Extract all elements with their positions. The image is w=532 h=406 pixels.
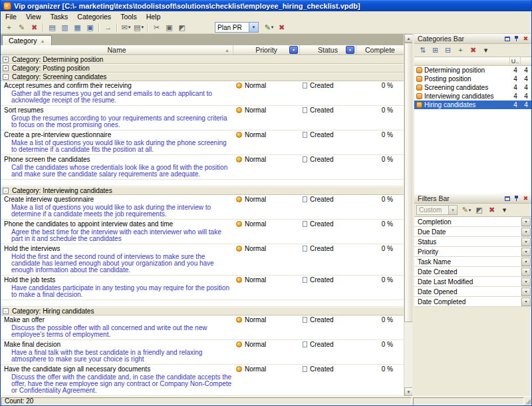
priority-filter-button[interactable]: ▼ — [289, 46, 298, 54]
task-row[interactable]: Hold the interviewsNormalCreated0 % — [1, 244, 404, 253]
filter-row[interactable]: Date Last Modified▼ — [414, 277, 531, 287]
column-header-status[interactable]: Status ▼ — [300, 45, 356, 55]
task-row[interactable]: Create interview questionnaireNormalCrea… — [1, 195, 404, 204]
task-note-row[interactable]: Hold the first and the second round of i… — [1, 253, 404, 276]
category-list-item[interactable]: Determining position44 — [414, 66, 531, 75]
filter-dropdown-button[interactable]: ▼ — [521, 288, 531, 296]
filter-row[interactable]: Status▼ — [414, 237, 531, 247]
filter-dropdown-button[interactable]: ▼ — [521, 238, 531, 246]
filter-dropdown-button[interactable]: ▼ — [521, 268, 531, 276]
task-row[interactable]: Hold the job testsNormalCreated0 % — [1, 276, 404, 284]
category-list-item[interactable]: Interviewing candidates44 — [414, 92, 531, 101]
expand-icon[interactable]: + — [3, 65, 9, 71]
filter-dropdown-button[interactable]: ▼ — [521, 298, 531, 306]
autohide-pin-button[interactable] — [512, 35, 521, 43]
task-row[interactable]: Accept resumes and confirm their receivi… — [1, 81, 404, 90]
sort-categories-button[interactable]: ⇅ — [416, 45, 429, 56]
task-row[interactable]: Create a pre-interview questionnaireNorm… — [1, 130, 404, 139]
new-category-button[interactable]: + — [454, 45, 467, 56]
collapse-icon[interactable]: - — [3, 308, 9, 314]
filter-row[interactable]: Date Opened▼ — [414, 287, 531, 297]
category-list-item[interactable]: Screening candidates44 — [414, 83, 531, 92]
calendar-view-button[interactable]: ▦ — [71, 22, 84, 33]
export-button[interactable]: → — [102, 22, 114, 33]
menu-help[interactable]: Help — [142, 11, 166, 21]
task-row[interactable]: Make final decisionNormalCreated0 % — [1, 340, 404, 349]
maximize-panel-button[interactable] — [503, 35, 511, 43]
task-pane-view-button[interactable]: ▥ — [59, 22, 71, 33]
uncompleted-column-header[interactable]: U.. — [510, 57, 521, 65]
task-note-row[interactable]: Discuss the possible offer with all conc… — [1, 324, 404, 340]
category-row[interactable]: +Category: Posting position — [1, 64, 404, 73]
plan-selector[interactable]: Plan PR ▼ — [215, 22, 259, 33]
clear-button[interactable]: ◩ — [176, 22, 188, 33]
filter-row[interactable]: Completion▼ — [414, 217, 531, 227]
filter-row[interactable]: Date Completed▼ — [414, 297, 531, 307]
filter-row[interactable]: Priority▼ — [414, 247, 531, 257]
edit-plan-button[interactable]: ✎▾ — [263, 22, 275, 33]
task-list-view-button[interactable]: ▤ — [46, 22, 59, 33]
category-row[interactable]: +Category: Determining position — [1, 55, 404, 64]
total-column-header[interactable] — [521, 57, 531, 65]
task-row[interactable]: Phone the candidates to appoint intervie… — [1, 220, 404, 228]
collapse-icon[interactable]: - — [3, 188, 9, 194]
filter-dropdown-button[interactable]: ▼ — [521, 228, 531, 236]
close-panel-button[interactable]: ✖ — [521, 35, 530, 43]
new-task-button[interactable]: + — [3, 22, 15, 33]
task-note-row[interactable]: Discuss the offer with the candidate and… — [1, 373, 404, 396]
menu-file[interactable]: File — [1, 11, 21, 21]
delete-filter-button[interactable]: ✖ — [485, 204, 498, 216]
menu-view[interactable]: View — [21, 11, 46, 21]
menu-tools[interactable]: Tools — [116, 11, 142, 21]
filter-preset-selector[interactable]: Custom ▼ — [416, 205, 458, 215]
resize-grip[interactable]: ◢ — [525, 398, 531, 405]
send-email-button[interactable]: ✉▾ — [120, 22, 132, 33]
category-list-item[interactable]: Hiring candidates44 — [414, 101, 531, 109]
task-note-row[interactable]: Make a list of questions you would like … — [1, 204, 404, 220]
cut-button[interactable]: ✂ — [150, 22, 163, 33]
task-row[interactable]: Phone screen the candidatesNormalCreated… — [1, 155, 404, 164]
category-row[interactable]: -Category: Interviewing candidates — [1, 186, 404, 195]
filter-row[interactable]: Date Created▼ — [414, 267, 531, 277]
filter-row[interactable]: Task Name▼ — [414, 257, 531, 267]
task-note-row[interactable]: Have a final talk with the best candidat… — [1, 349, 404, 365]
copy-button[interactable]: ▣ — [163, 22, 176, 33]
edit-filter-button[interactable]: ✎▾ — [460, 204, 473, 216]
column-header-name[interactable]: Name ▲ — [1, 45, 233, 55]
task-row[interactable]: Make an offerNormalCreated0 % — [1, 315, 404, 324]
maximize-panel-button[interactable] — [503, 194, 511, 202]
filter-dropdown-button[interactable]: ▼ — [521, 218, 531, 226]
close-plan-button[interactable]: ✖ — [275, 22, 288, 33]
task-note-row[interactable]: Call the candidates whose credentials lo… — [1, 164, 404, 180]
collapse-all-button[interactable]: ⊟ — [442, 45, 454, 56]
expand-all-button[interactable]: ⊞ — [429, 45, 442, 56]
delete-category-button[interactable]: ✖ — [467, 45, 479, 56]
category-row[interactable]: -Category: Hiring candidates — [1, 307, 404, 315]
task-row[interactable]: Sort resumesNormalCreated0 % — [1, 106, 404, 114]
filter-dropdown-button[interactable]: ▼ — [521, 258, 531, 266]
filters-menu-button[interactable]: ▾ — [498, 204, 511, 216]
task-note-row[interactable]: Have candidates participate in any testi… — [1, 284, 404, 300]
category-row[interactable]: -Category: Screening candidates — [1, 73, 404, 81]
status-filter-button[interactable]: ▼ — [346, 46, 354, 54]
task-note-row[interactable]: Group the resumes according to your requ… — [1, 114, 404, 130]
column-header-priority[interactable]: Priority ▼ — [233, 45, 300, 55]
filter-dropdown-button[interactable]: ▼ — [521, 278, 531, 286]
menu-tasks[interactable]: Tasks — [46, 11, 73, 21]
category-list-item[interactable]: Posting position44 — [414, 75, 531, 83]
task-note-row[interactable]: Gather all the resumes you get and send … — [1, 90, 404, 106]
task-row[interactable]: Have the candidate sign all necessary do… — [1, 365, 404, 373]
clear-filter-button[interactable]: ◩ — [473, 204, 485, 216]
delete-task-button[interactable]: ✖ — [28, 22, 41, 33]
task-note-row[interactable]: Make a list of questions you would like … — [1, 139, 404, 155]
notes-view-button[interactable]: ▣ — [84, 22, 96, 33]
edit-task-button[interactable]: ✎ — [15, 22, 28, 33]
column-header-complete[interactable]: Complete — [356, 45, 404, 55]
filter-row[interactable]: Due Date▼ — [414, 227, 531, 237]
autohide-pin-button[interactable] — [512, 194, 521, 202]
vertical-scrollbar[interactable]: ▲ ▼ — [404, 34, 412, 396]
task-note-row[interactable]: Agree the best time for the interview wi… — [1, 228, 404, 244]
print-button[interactable]: ▤▾ — [132, 22, 145, 33]
categories-menu-button[interactable]: ▾ — [479, 45, 492, 56]
expand-icon[interactable]: + — [3, 57, 9, 63]
